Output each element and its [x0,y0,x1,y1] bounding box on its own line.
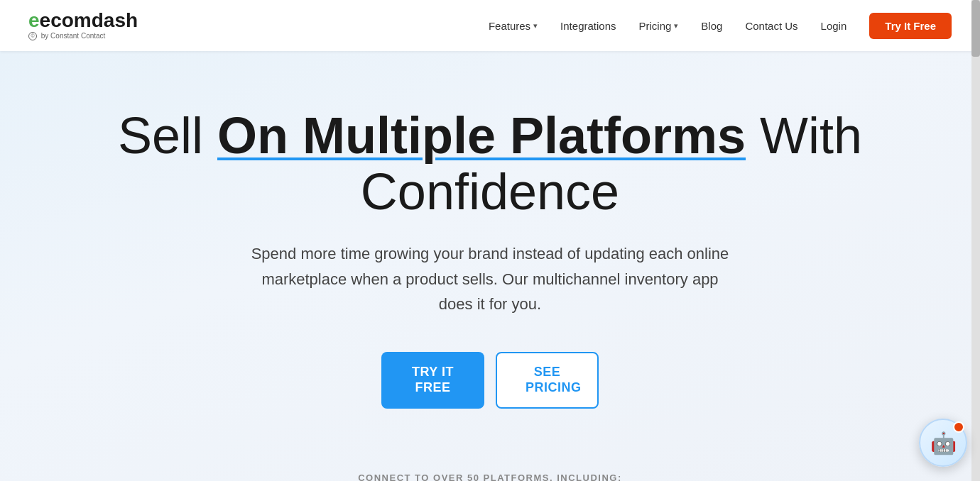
nav-integrations-label: Integrations [560,20,616,32]
see-pricing-button[interactable]: SEE PRICING [496,352,599,409]
nav-blog[interactable]: Blog [701,20,722,32]
scrollbar-thumb[interactable] [971,0,980,57]
logo-text-main: ecomdash [40,9,138,31]
connect-text: CONNECT TO OVER 50 PLATFORMS, INCLUDING: [358,472,622,481]
nav-integrations[interactable]: Integrations [560,20,616,32]
features-chevron-icon: ▾ [533,21,538,31]
hero-section: Sell On Multiple Platforms With Confiden… [0,51,980,481]
chatbot-widget[interactable]: 🤖 [919,419,967,467]
chatbot-badge [953,421,964,433]
logo-e: e [28,9,40,31]
hero-buttons: TRY IT FREE SEE PRICING [381,352,599,409]
chatbot-bubble[interactable]: 🤖 [919,419,967,467]
navbar: eecomdash © by Constant Contact Features… [0,0,980,51]
nav-pricing[interactable]: Pricing ▾ [639,20,679,32]
logo-brand: eecomdash [28,11,138,31]
nav-features-label: Features [489,20,530,32]
try-it-free-button[interactable]: TRY IT FREE [381,352,484,409]
nav-try-free-button[interactable]: Try It Free [869,13,952,39]
nav-links: Features ▾ Integrations Pricing ▾ Blog C… [489,13,952,39]
logo: eecomdash © by Constant Contact [28,11,138,40]
nav-login[interactable]: Login [821,20,847,32]
nav-contact[interactable]: Contact Us [745,20,797,32]
cc-icon: © [28,32,37,40]
pricing-chevron-icon: ▾ [674,21,678,31]
logo-sub-text: by Constant Contact [41,32,106,40]
chatbot-robot-icon: 🤖 [930,431,957,455]
logo-sub: © by Constant Contact [28,32,105,40]
nav-contact-label: Contact Us [745,20,797,32]
nav-features[interactable]: Features ▾ [489,20,538,32]
scrollbar[interactable] [971,0,980,481]
hero-title: Sell On Multiple Platforms With Confiden… [64,108,916,220]
nav-blog-label: Blog [701,20,722,32]
hero-title-plain: Sell [118,107,217,164]
hero-subtitle: Spend more time growing your brand inste… [249,241,731,316]
nav-pricing-label: Pricing [639,20,672,32]
hero-title-highlight: On Multiple Platforms [217,107,746,164]
